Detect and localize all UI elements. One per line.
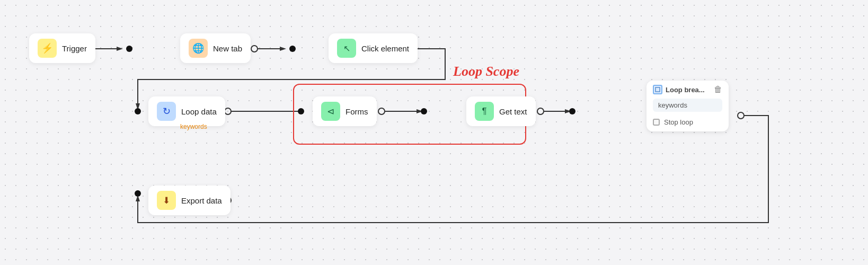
svg-rect-26 — [656, 87, 660, 92]
workflow-canvas: Loop Scope ⚡ Trigger 🌐 New tab ↖ Click e… — [0, 0, 868, 265]
stop-loop-row[interactable]: Stop loop — [646, 115, 729, 131]
stop-loop-checkbox[interactable] — [653, 119, 660, 126]
loop-scope-label: Loop Scope — [453, 64, 519, 80]
keywords-tag: keywords — [653, 99, 722, 112]
trigger-icon: ⚡ — [38, 39, 57, 58]
loop-data-label: Loop data — [181, 107, 217, 116]
svg-marker-6 — [280, 47, 286, 51]
forms-icon: ⊲ — [321, 102, 340, 121]
new-tab-label: New tab — [213, 44, 242, 53]
svg-marker-23 — [136, 195, 140, 201]
loop-data-sublabel: keywords — [180, 123, 207, 130]
svg-point-10 — [135, 108, 141, 114]
get-text-node[interactable]: ¶ Get text — [466, 96, 536, 126]
trigger-node[interactable]: ⚡ Trigger — [29, 33, 95, 63]
svg-marker-2 — [117, 47, 123, 51]
get-text-icon: ¶ — [475, 102, 494, 121]
loop-break-title: Loop brea... — [653, 85, 705, 94]
svg-point-21 — [569, 108, 575, 114]
svg-point-18 — [537, 108, 544, 114]
loop-break-label: Loop brea... — [666, 86, 705, 94]
trash-icon[interactable]: 🗑 — [714, 85, 722, 94]
stop-loop-label: Stop loop — [664, 118, 693, 126]
export-data-icon: ⬇ — [157, 191, 176, 210]
export-data-label: Export data — [181, 196, 222, 205]
new-tab-icon: 🌐 — [189, 39, 208, 58]
loop-break-node-icon — [653, 85, 662, 94]
export-data-node[interactable]: ⬇ Export data — [148, 186, 231, 215]
trigger-label: Trigger — [62, 44, 87, 53]
loop-break-header: Loop brea... 🗑 — [646, 81, 729, 99]
svg-point-7 — [289, 46, 296, 52]
svg-point-11 — [225, 108, 231, 114]
forms-node[interactable]: ⊲ Forms — [313, 96, 377, 126]
svg-marker-9 — [136, 103, 140, 110]
click-element-label: Click element — [361, 44, 409, 53]
svg-point-22 — [738, 112, 744, 119]
loop-data-icon: ↻ — [157, 102, 176, 121]
forms-label: Forms — [346, 107, 368, 116]
svg-marker-20 — [565, 109, 571, 113]
svg-point-4 — [251, 46, 258, 52]
click-element-node[interactable]: ↖ Click element — [329, 33, 418, 63]
click-element-icon: ↖ — [337, 39, 356, 58]
get-text-label: Get text — [499, 107, 527, 116]
svg-point-24 — [135, 190, 141, 197]
new-tab-node[interactable]: 🌐 New tab — [180, 33, 251, 63]
loop-data-node[interactable]: ↻ Loop data — [148, 96, 225, 126]
loop-break-card[interactable]: Loop brea... 🗑 keywords Stop loop — [646, 81, 729, 131]
svg-point-3 — [126, 46, 132, 52]
